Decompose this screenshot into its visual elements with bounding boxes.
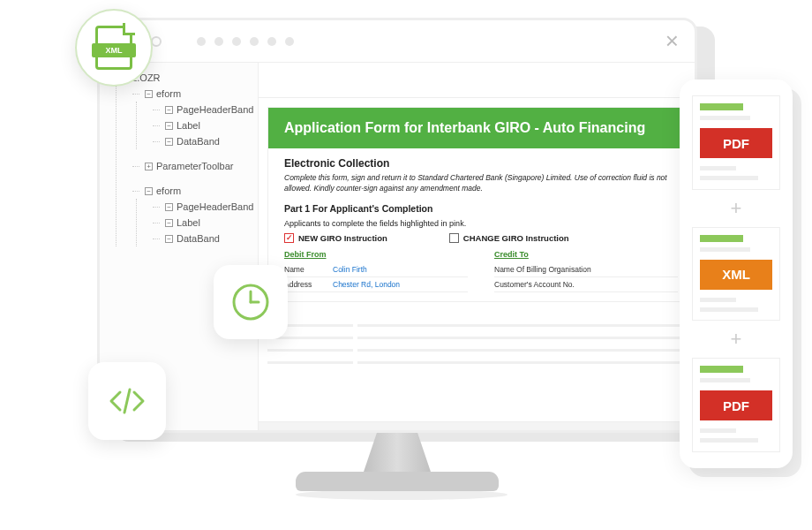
export-pdf-card[interactable]: PDF (692, 95, 780, 190)
tree-node[interactable]: −DataBand (149, 231, 258, 246)
monitor-frame: × −OZ.OZR −eform −PageHeaderBand −Label … (97, 18, 697, 433)
export-panel: PDF + XML + PDF (680, 80, 793, 468)
subtext: Applicants to complete the fields highli… (284, 219, 678, 228)
form-title: Application Form for Interbank GIRO - Au… (268, 108, 694, 148)
checkbox-new-giro[interactable]: ✓NEW GIRO Instruction (284, 233, 387, 243)
tab-dots (197, 37, 294, 46)
checkbox-change-giro[interactable]: ✓CHANGE GIRO Instruction (449, 233, 569, 243)
part-heading: Part 1 For Applicant's Completion (284, 203, 678, 214)
address-field[interactable]: Chester Rd, London (333, 280, 400, 289)
xml-import-icon: XML (75, 9, 153, 87)
form-preview: Application Form for Interbank GIRO - Au… (267, 107, 695, 302)
export-xml-card[interactable]: XML (692, 227, 780, 322)
tree-node[interactable]: −eform (129, 86, 258, 102)
tree-node[interactable]: −eform (129, 183, 258, 199)
tree-node[interactable]: −DataBand (149, 133, 258, 149)
tree-node[interactable]: −Label (149, 117, 258, 133)
credit-heading: Credit To (494, 250, 678, 259)
code-icon (88, 362, 166, 440)
section-heading: Electronic Collection (284, 157, 678, 170)
svg-line-3 (124, 390, 130, 413)
window-titlebar: × (100, 20, 695, 63)
plus-icon: + (731, 197, 742, 220)
clock-icon (214, 265, 288, 339)
plus-icon: + (731, 328, 742, 351)
main-canvas: Application Form for Interbank GIRO - Au… (259, 63, 695, 430)
tree-node[interactable]: +ParameterToolbar (129, 158, 258, 174)
instruction-text: Complete this form, sign and return it t… (284, 173, 678, 194)
name-field[interactable]: Colin Firth (333, 265, 367, 274)
close-icon[interactable]: × (665, 27, 679, 55)
debit-heading: Debit From (284, 250, 468, 259)
tree-node[interactable]: −PageHeaderBand (149, 102, 258, 117)
tree-node[interactable]: −PageHeaderBand (149, 199, 258, 215)
grid-placeholder (267, 314, 695, 374)
tree-node[interactable]: −Label (149, 215, 258, 231)
export-pdf-card[interactable]: PDF (692, 358, 780, 452)
